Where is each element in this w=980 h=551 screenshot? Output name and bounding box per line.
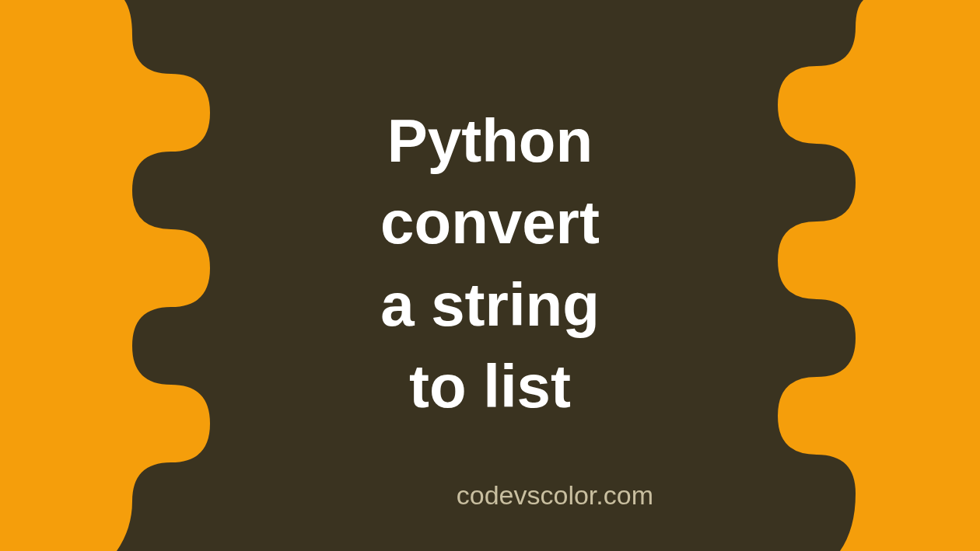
main-title: Python convert a string to list bbox=[380, 100, 600, 427]
site-credit: codevscolor.com bbox=[457, 480, 653, 511]
title-line-3: a string bbox=[380, 264, 600, 346]
title-line-2: convert bbox=[380, 182, 600, 263]
content-container: Python convert a string to list codevsco… bbox=[0, 0, 980, 551]
title-line-1: Python bbox=[380, 100, 600, 182]
title-line-4: to list bbox=[380, 346, 600, 427]
